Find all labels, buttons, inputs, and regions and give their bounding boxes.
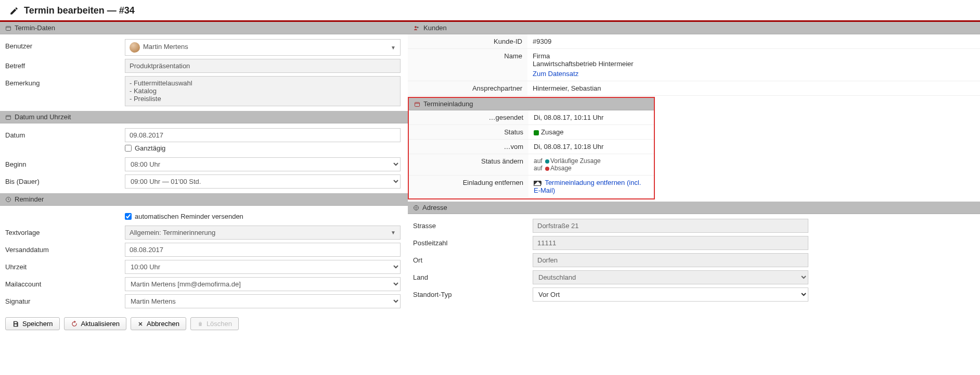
svg-rect-1 (6, 115, 11, 119)
refresh-icon (71, 320, 78, 328)
label-ort: Ort (413, 256, 533, 264)
mail-icon (534, 181, 541, 186)
dot-red-icon (545, 167, 549, 171)
label-mailaccount: Mailaccount (5, 277, 125, 288)
section-kunden: Kunden (408, 22, 980, 34)
svg-point-3 (415, 26, 417, 28)
section-reminder: Reminder (0, 193, 408, 206)
value-status: Zusage (541, 128, 563, 136)
calendar-icon (5, 114, 11, 120)
svg-point-4 (417, 27, 419, 28)
uhrzeit-select[interactable]: 10:00 Uhr (125, 260, 401, 274)
label-vom: …vom (409, 140, 528, 154)
page-title: Termin bearbeiten — #34 (24, 5, 135, 16)
label-textvorlage: Textvorlage (5, 226, 125, 236)
label-status: Status (409, 125, 528, 139)
calendar-icon (5, 25, 11, 31)
datum-input[interactable]: 09.08.2017 (125, 128, 401, 142)
bis-dauer-select[interactable]: 09:00 Uhr — 01'00 Std. (125, 174, 401, 189)
label-ansprechpartner: Ansprechpartner (408, 81, 527, 95)
clock-icon (5, 196, 11, 203)
standort-typ-select[interactable]: Vor Ort (533, 288, 808, 302)
close-icon (137, 321, 144, 327)
status-change-tentative[interactable]: auf Vorläufige Zusage (534, 157, 649, 165)
benutzer-select[interactable]: Martin Mertens ▼ (125, 39, 401, 56)
label-beginn: Beginn (5, 157, 125, 168)
save-icon (12, 320, 19, 328)
value-kunde-name: Lanwirtschaftsbetrieb Hintermeier (533, 60, 975, 68)
label-bis-dauer: Bis (Dauer) (5, 174, 125, 185)
edit-icon (9, 6, 19, 16)
avatar-icon (130, 42, 140, 53)
chevron-down-icon: ▼ (391, 45, 396, 51)
section-datum-uhrzeit: Datum und Uhrzeit (0, 111, 408, 123)
plz-input[interactable] (533, 236, 808, 250)
label-land: Land (413, 273, 533, 281)
svg-rect-0 (6, 26, 11, 30)
value-kunde-id: #9309 (527, 34, 980, 48)
label-signatur: Signatur (5, 294, 125, 305)
value-kunde-firma: Firma (533, 52, 975, 60)
value-vom: Di, 08.08.17, 10:18 Uhr (528, 140, 654, 154)
label-benutzer: Benutzer (5, 39, 125, 50)
ganztaegig-checkbox[interactable] (125, 145, 132, 152)
versanddatum-input[interactable]: 08.08.2017 (125, 243, 401, 257)
land-select[interactable]: Deutschland (533, 270, 808, 284)
label-standort-typ: Standort-Typ (413, 291, 533, 298)
label-auto-reminder: automatischen Reminder versenden (135, 213, 243, 220)
betreff-input[interactable]: Produktpräsentation (125, 59, 401, 73)
cancel-button[interactable]: Abbrechen (131, 317, 186, 330)
users-icon (413, 25, 420, 31)
value-ansprechpartner: Hintermeier, Sebastian (527, 81, 980, 95)
bemerkung-textarea[interactable]: - Futtermittelauswahl - Katalog - Preisl… (125, 76, 401, 106)
status-dot-green (534, 130, 539, 135)
label-betreff: Betreff (5, 59, 125, 70)
dot-teal-icon (545, 159, 549, 164)
strasse-input[interactable] (533, 219, 808, 233)
label-ganztaegig: Ganztägig (135, 144, 165, 152)
calendar-icon (414, 101, 420, 107)
label-gesendet: …gesendet (409, 110, 528, 124)
section-adresse: Adresse (408, 202, 980, 214)
label-uhrzeit: Uhrzeit (5, 260, 125, 271)
label-bemerkung: Bemerkung (5, 76, 125, 87)
section-termin-daten: Termin-Daten (0, 22, 408, 34)
remove-invitation-link[interactable]: Termineinladung entfernen (incl. E-Mail) (534, 179, 641, 194)
label-datum: Datum (5, 128, 125, 139)
globe-icon (413, 205, 419, 211)
termineinladung-highlight: Termineinladung …gesendet Di, 08.08.17, … (408, 97, 655, 199)
textvorlage-select[interactable]: Allgemein: Terminerinnerung ▼ (125, 226, 401, 240)
auto-reminder-checkbox[interactable] (125, 213, 132, 220)
delete-button: Löschen (190, 317, 239, 330)
refresh-button[interactable]: Aktualisieren (64, 317, 126, 330)
label-einladung-entfernen: Einladung entfernen (409, 176, 528, 197)
action-bar: Speichern Aktualisieren Abbrechen Lösche… (0, 313, 408, 334)
svg-rect-5 (415, 102, 420, 106)
label-versanddatum: Versanddatum (5, 243, 125, 254)
label-strasse: Strasse (413, 222, 533, 230)
zum-datensatz-link[interactable]: Zum Datensatz (533, 70, 578, 78)
signatur-select[interactable]: Martin Mertens (125, 294, 401, 308)
mailaccount-select[interactable]: Martin Mertens [mm@demofirma.de] (125, 277, 401, 291)
beginn-select[interactable]: 08:00 Uhr (125, 157, 401, 171)
value-gesendet: Di, 08.08.17, 10:11 Uhr (528, 110, 654, 124)
section-termineinladung: Termineinladung (409, 98, 654, 110)
label-plz: Postleitzahl (413, 239, 533, 247)
status-change-decline[interactable]: auf Absage (534, 165, 649, 172)
ort-input[interactable] (533, 253, 808, 267)
label-status-aendern: Status ändern (409, 154, 528, 175)
label-name: Name (408, 49, 527, 81)
save-button[interactable]: Speichern (5, 317, 60, 330)
page-header: Termin bearbeiten — #34 (0, 0, 980, 22)
trash-icon (197, 321, 203, 327)
label-kunde-id: Kunde-ID (408, 34, 527, 48)
chevron-down-icon: ▼ (391, 230, 396, 235)
